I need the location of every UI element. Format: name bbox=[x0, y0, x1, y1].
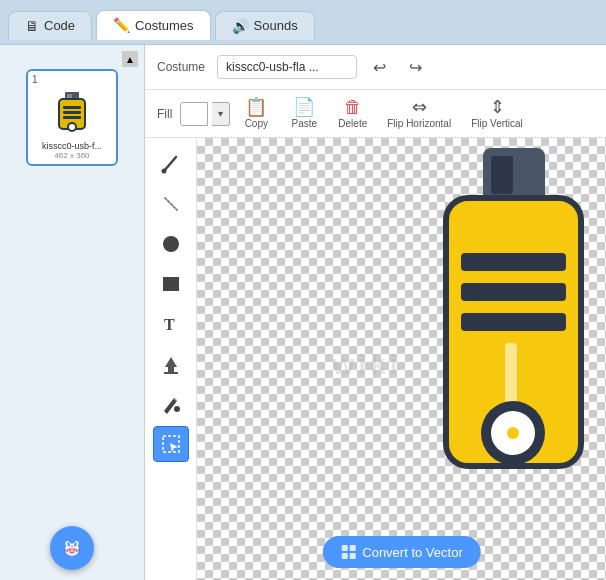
delete-label: Delete bbox=[338, 118, 367, 129]
toolbar-row: Fill ▾ 📋 Copy 📄 Paste 🗑 Delete ⇔ Flip Ho… bbox=[145, 90, 606, 138]
tab-sounds[interactable]: 🔊 Sounds bbox=[215, 11, 315, 40]
svg-text:T: T bbox=[164, 316, 175, 333]
convert-to-vector-button[interactable]: Convert to Vector bbox=[322, 536, 480, 568]
paste-label: Paste bbox=[292, 118, 318, 129]
tab-code-label: Code bbox=[44, 18, 75, 33]
svg-point-14 bbox=[69, 549, 71, 551]
tab-bar: 🖥 Code ✏️ Costumes 🔊 Sounds bbox=[0, 0, 606, 44]
main-area: ▲ 1 kisscc0-usb-f... 462 x 360 bbox=[0, 44, 606, 580]
svg-rect-1 bbox=[67, 94, 72, 98]
tab-costumes-label: Costumes bbox=[135, 18, 194, 33]
stamp-tool-button[interactable] bbox=[153, 346, 189, 382]
fill-color-swatch[interactable] bbox=[180, 102, 208, 126]
svg-rect-35 bbox=[461, 283, 566, 301]
svg-rect-34 bbox=[461, 253, 566, 271]
editor-panel: Costume ↩ ↪ Fill ▾ 📋 Copy 📄 Paste 🗑 Dele… bbox=[145, 45, 606, 580]
fill-label: Fill bbox=[157, 107, 172, 121]
select-tool-button[interactable] bbox=[153, 426, 189, 462]
left-tools: T bbox=[145, 138, 197, 580]
svg-rect-4 bbox=[63, 111, 81, 114]
flip-v-label: Flip Vertical bbox=[471, 118, 523, 129]
svg-point-40 bbox=[507, 427, 519, 439]
svg-rect-41 bbox=[341, 545, 347, 551]
cat-icon bbox=[58, 534, 86, 562]
flip-vertical-button[interactable]: ⇕ Flip Vertical bbox=[463, 94, 531, 133]
tab-sounds-label: Sounds bbox=[254, 18, 298, 33]
svg-rect-44 bbox=[349, 553, 355, 559]
code-icon: 🖥 bbox=[25, 18, 39, 34]
sprite-panel: ▲ 1 kisscc0-usb-f... 462 x 360 bbox=[0, 45, 145, 580]
scroll-up-button[interactable]: ▲ bbox=[122, 51, 138, 67]
undo-button[interactable]: ↩ bbox=[365, 53, 393, 81]
svg-rect-43 bbox=[341, 553, 347, 559]
paste-icon: 📄 bbox=[293, 98, 315, 116]
svg-rect-5 bbox=[63, 116, 81, 119]
svg-rect-32 bbox=[491, 156, 513, 194]
brush-icon bbox=[160, 153, 182, 175]
delete-button[interactable]: 🗑 Delete bbox=[330, 94, 375, 133]
eraser-icon bbox=[160, 193, 182, 215]
rect-icon bbox=[160, 273, 182, 295]
svg-point-27 bbox=[174, 406, 180, 412]
circle-icon bbox=[160, 233, 182, 255]
fill-tool-button[interactable] bbox=[153, 386, 189, 422]
circle-tool-button[interactable] bbox=[153, 226, 189, 262]
sprite-size: 462 x 360 bbox=[32, 151, 112, 160]
copy-label: Copy bbox=[245, 118, 268, 129]
svg-point-6 bbox=[68, 123, 76, 131]
usb-illustration bbox=[441, 148, 586, 491]
brush-tool-button[interactable] bbox=[153, 146, 189, 182]
svg-line-22 bbox=[165, 198, 177, 210]
select-icon bbox=[160, 433, 182, 455]
stamp-icon bbox=[160, 353, 182, 375]
costumes-icon: ✏️ bbox=[113, 17, 130, 33]
paste-button[interactable]: 📄 Paste bbox=[282, 94, 326, 133]
fill-dropdown-button[interactable]: ▾ bbox=[212, 102, 230, 126]
copy-icon: 📋 bbox=[245, 98, 267, 116]
svg-rect-37 bbox=[505, 343, 517, 408]
svg-point-23 bbox=[163, 236, 179, 252]
convert-label: Convert to Vector bbox=[362, 545, 462, 560]
canvas-area: T bbox=[145, 138, 606, 580]
svg-line-20 bbox=[164, 157, 176, 171]
fill-tool-icon bbox=[160, 393, 182, 415]
flip-horizontal-button[interactable]: ⇔ Flip Horizontal bbox=[379, 94, 459, 133]
drawing-canvas[interactable]: wiki bbox=[197, 138, 606, 580]
costume-label: Costume bbox=[157, 60, 209, 74]
text-icon: T bbox=[160, 313, 182, 335]
flip-v-icon: ⇕ bbox=[490, 98, 505, 116]
sprite-name: kisscc0-usb-f... bbox=[32, 141, 112, 151]
convert-icon bbox=[340, 544, 356, 560]
svg-rect-42 bbox=[349, 545, 355, 551]
costume-name-input[interactable] bbox=[217, 55, 357, 79]
svg-point-21 bbox=[161, 169, 166, 174]
cat-button[interactable] bbox=[50, 526, 94, 570]
costume-name-row: Costume ↩ ↪ bbox=[145, 45, 606, 90]
svg-rect-36 bbox=[461, 313, 566, 331]
watermark: wiki bbox=[333, 349, 402, 381]
text-tool-button[interactable]: T bbox=[153, 306, 189, 342]
svg-point-15 bbox=[74, 549, 76, 551]
sounds-icon: 🔊 bbox=[232, 18, 249, 34]
copy-button[interactable]: 📋 Copy bbox=[234, 94, 278, 133]
sprite-thumbnail bbox=[38, 87, 106, 139]
sprite-item[interactable]: 1 kisscc0-usb-f... 462 x 360 bbox=[26, 69, 118, 166]
eraser-tool-button[interactable] bbox=[153, 186, 189, 222]
tab-costumes[interactable]: ✏️ Costumes bbox=[96, 10, 211, 40]
svg-marker-30 bbox=[170, 443, 178, 452]
tab-code[interactable]: 🖥 Code bbox=[8, 11, 92, 40]
svg-rect-3 bbox=[63, 106, 81, 109]
flip-h-icon: ⇔ bbox=[412, 98, 427, 116]
redo-button[interactable]: ↪ bbox=[401, 53, 429, 81]
rect-tool-button[interactable] bbox=[153, 266, 189, 302]
sprite-number: 1 bbox=[32, 75, 112, 85]
delete-icon: 🗑 bbox=[344, 98, 362, 116]
svg-rect-24 bbox=[163, 277, 179, 291]
flip-h-label: Flip Horizontal bbox=[387, 118, 451, 129]
